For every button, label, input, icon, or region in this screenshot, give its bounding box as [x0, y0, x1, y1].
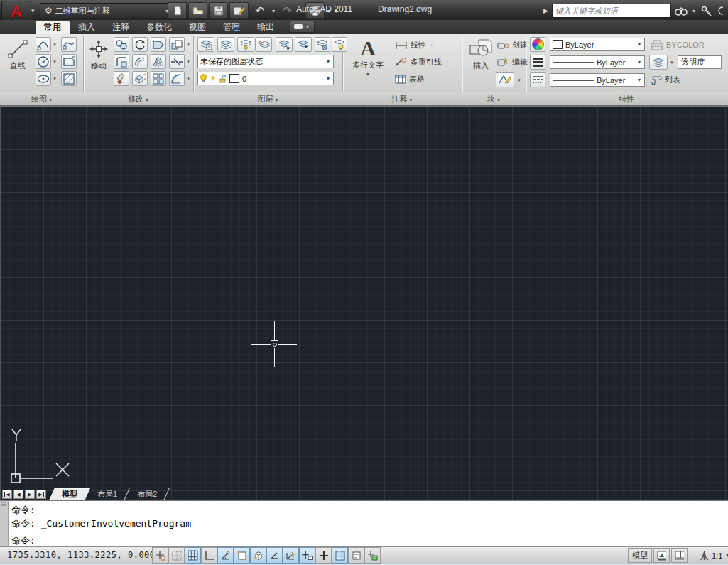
toggle-snap-mode[interactable]: [168, 547, 185, 564]
create-block-button[interactable]: 创建: [497, 40, 528, 50]
layout-prev-button[interactable]: ◀: [13, 490, 23, 499]
infocenter-collapse-icon[interactable]: ▶: [543, 7, 548, 14]
panel-label-draw[interactable]: 绘图 ▾: [0, 92, 83, 105]
rectangle-button[interactable]: [61, 54, 77, 69]
edit-block-button[interactable]: 编辑: [497, 57, 528, 68]
fillet-button[interactable]: [169, 71, 185, 86]
arc-caret-icon[interactable]: ▾: [51, 37, 58, 52]
toggle-ortho-mode[interactable]: [201, 547, 217, 564]
ellipse-caret-icon[interactable]: ▾: [51, 71, 58, 86]
search-button[interactable]: [673, 2, 689, 19]
tab-insert[interactable]: 插入: [70, 21, 104, 34]
panel-label-layers[interactable]: 图层 ▾: [193, 92, 342, 105]
copy-button[interactable]: [114, 37, 129, 52]
tab-view[interactable]: 视图: [180, 21, 214, 34]
scale-button[interactable]: [169, 37, 185, 52]
tab-output[interactable]: 输出: [249, 21, 283, 34]
layer-properties-button[interactable]: [197, 37, 214, 52]
line-button[interactable]: 直线: [4, 36, 31, 73]
ribbon-minimize-button[interactable]: ▾: [290, 21, 315, 33]
toggle-grid-display[interactable]: [185, 547, 201, 564]
transparency-input[interactable]: [678, 55, 722, 69]
stretch-button[interactable]: [151, 37, 166, 52]
undo-button[interactable]: ↶: [250, 2, 269, 19]
lineweight-dropdown[interactable]: ByLayer ▾: [550, 55, 645, 69]
trim-caret-icon[interactable]: ▾: [185, 54, 192, 69]
command-window-drag-handle[interactable]: [0, 501, 9, 547]
quick-view-layouts-button[interactable]: [653, 548, 670, 563]
edit-attributes-caret-icon[interactable]: ▾: [516, 72, 523, 87]
search-input[interactable]: [552, 4, 671, 18]
offset-button[interactable]: [132, 54, 148, 69]
redo-caret-icon[interactable]: ▾: [298, 8, 304, 14]
toggle-dynamic-input[interactable]: [299, 547, 315, 564]
toggle-selection-cycling[interactable]: [364, 547, 381, 564]
linetype-button[interactable]: [530, 72, 545, 87]
transparency-button[interactable]: [649, 55, 668, 70]
open-drawing-button[interactable]: [188, 2, 207, 19]
workspace-switcher[interactable]: ⚙ 二维草图与注释 ▾: [40, 3, 175, 18]
toggle-object-snap[interactable]: [234, 547, 250, 564]
toggle-dynamic-ucs[interactable]: [283, 547, 299, 564]
mtext-button[interactable]: A 多行文字 ▾: [349, 36, 386, 80]
tab-layout2[interactable]: 布局2: [127, 488, 167, 500]
new-drawing-button[interactable]: [168, 2, 187, 19]
move-button[interactable]: 移动: [85, 36, 112, 73]
tab-manage[interactable]: 管理: [214, 21, 249, 34]
toggle-quick-properties[interactable]: [348, 547, 364, 564]
coordinate-display[interactable]: 1735.3310, 1133.2225, 0.0000: [7, 550, 161, 560]
array-button[interactable]: [151, 71, 166, 86]
command-line-window[interactable]: 命令:命令: _CustomerInvolvementProgram 命令:: [0, 500, 728, 546]
save-button[interactable]: [209, 2, 228, 19]
panel-label-block[interactable]: 块 ▾: [462, 92, 526, 105]
explode-button[interactable]: [132, 71, 148, 86]
circle-button[interactable]: [36, 54, 51, 69]
toggle-transparency-display[interactable]: [332, 547, 348, 564]
polyline-button[interactable]: [61, 37, 77, 52]
undo-caret-icon[interactable]: ▾: [271, 8, 276, 14]
layer-off-button[interactable]: [237, 37, 254, 52]
plot-style-control[interactable]: BYCOLOR: [651, 40, 705, 50]
transparency-caret-icon[interactable]: ▾: [668, 55, 675, 70]
layer-isolate-button[interactable]: [276, 37, 293, 52]
tab-home[interactable]: 常用: [36, 21, 70, 34]
list-button[interactable]: 列表: [651, 75, 680, 85]
save-as-button[interactable]: [229, 2, 249, 19]
panel-label-annotation[interactable]: 注释 ▾: [342, 92, 462, 105]
linear-dimension-button[interactable]: 线性 ▾: [395, 40, 435, 50]
toggle-infer-constraints[interactable]: [152, 547, 168, 564]
toggle-polar-tracking[interactable]: [217, 547, 234, 564]
layer-unisolate-button[interactable]: [295, 37, 312, 52]
table-button[interactable]: 表格: [395, 74, 425, 85]
plot-caret-icon[interactable]: ▾: [326, 8, 332, 14]
tab-annotate[interactable]: 注释: [104, 21, 138, 34]
fillet-corner-button[interactable]: [114, 54, 129, 69]
layer-states-button[interactable]: [217, 37, 234, 52]
linetype-dropdown[interactable]: ByLayer ▾: [550, 73, 645, 87]
drawing-canvas[interactable]: ◀ ◀ ▶ ▶ 模型 布局1 布局2: [0, 105, 728, 500]
qat-overflow-caret-icon[interactable]: ▾: [333, 7, 339, 14]
rotate-button[interactable]: [132, 37, 148, 52]
multileader-button[interactable]: 多重引线 ▾: [395, 57, 450, 68]
lineweight-button[interactable]: [530, 55, 545, 70]
fillet-caret-icon[interactable]: ▾: [185, 71, 192, 86]
erase-button[interactable]: [114, 71, 129, 86]
layer-state-dropdown[interactable]: 未保存的图层状态 ▾: [197, 55, 334, 68]
object-color-dropdown[interactable]: ByLayer ▾: [550, 38, 645, 51]
tab-parametric[interactable]: 参数化: [138, 21, 180, 34]
plot-button[interactable]: [305, 2, 325, 19]
layer-previous-button[interactable]: [255, 37, 272, 52]
object-color-button[interactable]: [530, 37, 545, 52]
layer-dropdown[interactable]: ☀ 0 ▾: [197, 72, 334, 85]
arc-button[interactable]: [36, 37, 51, 52]
edit-attributes-button[interactable]: [496, 72, 514, 87]
hatch-button[interactable]: [61, 71, 77, 86]
communication-center-button[interactable]: [717, 2, 724, 19]
panel-label-modify[interactable]: 修改 ▾: [83, 92, 193, 105]
ellipse-button[interactable]: [36, 71, 51, 86]
mirror-button[interactable]: [151, 54, 166, 69]
annotation-scale-control[interactable]: 1:1 ▾: [699, 550, 728, 561]
layout-first-button[interactable]: ◀: [2, 490, 12, 499]
scale-caret-icon[interactable]: ▾: [185, 37, 192, 52]
panel-label-properties[interactable]: 特性: [526, 92, 728, 105]
